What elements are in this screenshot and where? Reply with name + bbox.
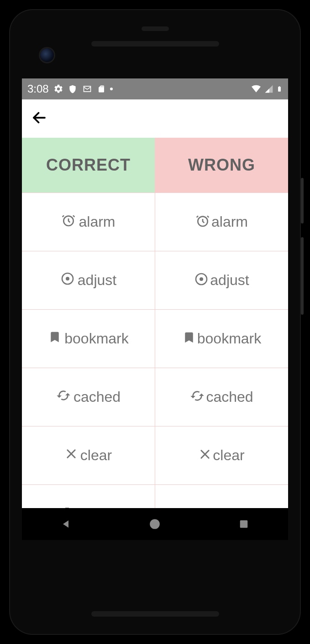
cell-label: cached <box>206 389 253 405</box>
svg-point-5 <box>66 277 69 280</box>
phone-side-button <box>301 178 304 223</box>
nav-home-button[interactable] <box>148 517 162 531</box>
cell-wrong: alarm <box>155 193 288 251</box>
phone-side-button <box>301 237 304 315</box>
bookmark-icon <box>182 330 197 348</box>
clear-icon <box>65 447 80 464</box>
icon-alignment-table: CORRECT WRONG alarmalarmadjustadjustbook… <box>22 138 288 540</box>
cell-correct: adjust <box>22 251 155 309</box>
shield-icon <box>68 84 77 94</box>
clear-icon <box>199 447 213 464</box>
mail-icon <box>82 84 93 93</box>
header-correct: CORRECT <box>22 138 155 192</box>
phone-notch <box>142 26 169 31</box>
alarm-icon <box>61 213 79 231</box>
bookmark-icon <box>48 330 64 348</box>
cell-wrong: adjust <box>155 251 288 309</box>
cell-label: alarm <box>79 213 115 230</box>
wifi-icon <box>251 84 262 93</box>
cell-label: adjust <box>78 272 116 289</box>
table-row: clearclear <box>22 426 288 484</box>
phone-speaker-bottom <box>91 611 219 617</box>
table-row: cachedcached <box>22 368 288 426</box>
nav-recent-button[interactable] <box>237 517 251 531</box>
phone-screen: 3:08 <box>22 78 288 540</box>
cell-label: adjust <box>210 272 249 289</box>
navigation-bar <box>22 508 288 540</box>
phone-camera <box>40 48 54 62</box>
table-header-row: CORRECT WRONG <box>22 138 288 192</box>
cell-correct: alarm <box>22 193 155 251</box>
alarm-icon <box>195 213 211 231</box>
cell-label: clear <box>80 447 112 464</box>
table-row: alarmalarm <box>22 192 288 251</box>
adjust-icon <box>194 271 210 290</box>
table-row: adjustadjust <box>22 251 288 309</box>
svg-point-7 <box>200 277 203 281</box>
cell-label: bookmark <box>64 330 129 347</box>
cell-correct: clear <box>22 426 155 484</box>
svg-point-12 <box>150 519 160 529</box>
status-time: 3:08 <box>27 83 49 95</box>
cell-label: cached <box>74 389 121 405</box>
table-row: bookmarkbookmark <box>22 309 288 368</box>
cell-label: clear <box>213 447 244 464</box>
status-bar: 3:08 <box>22 78 288 99</box>
battery-icon <box>276 84 283 94</box>
gear-icon <box>53 84 63 94</box>
status-dot-icon <box>110 88 113 90</box>
phone-speaker-top <box>91 41 219 47</box>
cell-label: alarm <box>211 213 248 230</box>
cell-label: bookmark <box>197 330 262 347</box>
cached-icon <box>190 388 206 406</box>
header-wrong: WRONG <box>155 138 288 192</box>
phone-frame: 3:08 <box>9 9 301 635</box>
cell-correct: bookmark <box>22 310 155 368</box>
svg-rect-13 <box>240 520 248 528</box>
cell-wrong: clear <box>155 426 288 484</box>
adjust-icon <box>60 271 78 290</box>
nav-back-button[interactable] <box>59 517 73 531</box>
cell-wrong: bookmark <box>155 310 288 368</box>
app-bar <box>22 99 288 138</box>
signal-icon <box>264 84 273 93</box>
cell-wrong: cached <box>155 368 288 426</box>
cached-icon <box>56 388 74 406</box>
cell-correct: cached <box>22 368 155 426</box>
sd-card-icon <box>97 84 105 94</box>
back-button[interactable] <box>31 109 47 128</box>
